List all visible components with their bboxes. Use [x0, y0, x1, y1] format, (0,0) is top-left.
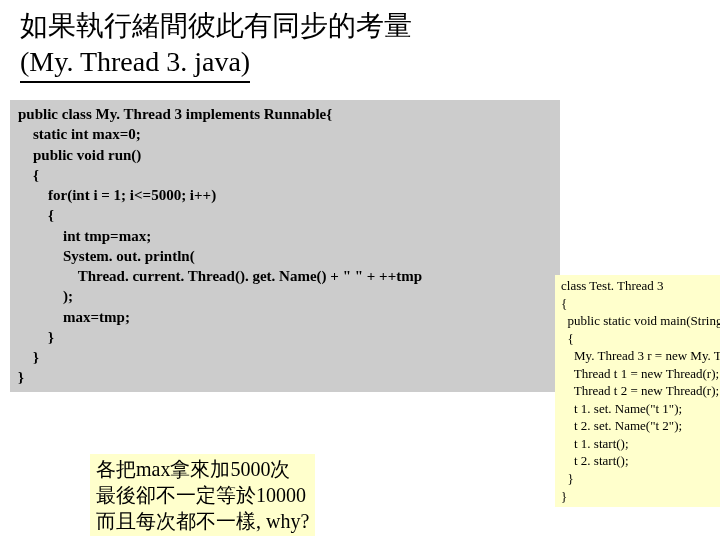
slide-title: 如果執行緒間彼此有同步的考量 (My. Thread 3. java): [0, 0, 720, 87]
title-line2: (My. Thread 3. java): [20, 44, 250, 82]
note-line1: 各把max拿來加5000次: [96, 456, 309, 482]
note-box: 各把max拿來加5000次 最後卻不一定等於10000 而且每次都不一樣, wh…: [90, 454, 315, 536]
title-line1: 如果執行緒間彼此有同步的考量: [20, 10, 412, 41]
note-line2: 最後卻不一定等於10000: [96, 482, 309, 508]
note-line3: 而且每次都不一樣, why?: [96, 508, 309, 534]
side-code-block: class Test. Thread 3 { public static voi…: [555, 275, 720, 507]
main-code-block: public class My. Thread 3 implements Run…: [10, 100, 560, 392]
